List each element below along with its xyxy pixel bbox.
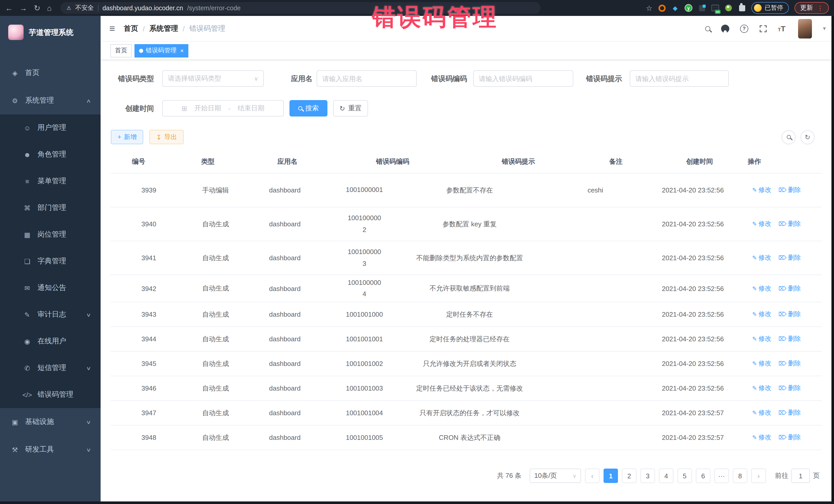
app-name-input[interactable] [317,70,417,87]
user-avatar[interactable] [798,19,812,38]
caret-down-icon[interactable]: ▾ [823,25,826,32]
forward-icon[interactable]: → [20,4,27,12]
table-row[interactable]: 3941 自动生成 dashboard 100100000 3 不能删除类型为系… [110,241,822,275]
delete-link[interactable]: ⌦删除 [778,186,801,195]
page-button[interactable]: 8 [733,468,747,483]
edit-link[interactable]: ✎修改 [752,220,771,228]
delete-link[interactable]: ⌦删除 [778,310,801,319]
table-row[interactable]: 3940 自动生成 dashboard 100100000 2 参数配置 key… [110,207,822,241]
table-row[interactable]: 3943 自动生成 dashboard 1001001000 定时任务不存在 2… [110,302,822,327]
edit-link[interactable]: ✎修改 [752,409,771,417]
page-button[interactable]: 3 [640,468,655,483]
error-msg-input[interactable] [630,70,729,87]
profile-paused-chip[interactable]: 已暂停 [751,2,789,14]
page-button[interactable]: 1 [603,468,618,483]
browser-update-button[interactable]: 更新 ⋮ [794,2,829,14]
sidebar-item[interactable]: ✆ 短信管理 ∨ [0,355,101,381]
edit-link[interactable]: ✎修改 [752,359,771,368]
table-row[interactable]: 3944 自动生成 dashboard 1001001001 定时任务的处理器已… [110,327,822,352]
delete-link[interactable]: ⌦删除 [778,384,801,393]
table-row[interactable]: 3946 自动生成 dashboard 1001001003 定时任务已经处于该… [110,376,822,401]
hamburger-icon[interactable]: ≡ [109,23,115,34]
help-icon[interactable]: ? [740,24,748,32]
delete-link[interactable]: ⌦删除 [778,433,801,442]
sidebar-item[interactable]: ☻ 角色管理 [0,141,101,168]
edit-link[interactable]: ✎修改 [752,310,771,319]
breadcrumb-home[interactable]: 首页 [124,24,138,33]
page-button[interactable]: 2 [622,468,636,483]
back-icon[interactable]: ← [5,4,13,12]
extension-green-y-icon[interactable]: y [685,4,692,12]
extension-puzzle-icon[interactable] [739,5,745,11]
cell-operations: ✎修改 ⌦删除 [731,275,822,302]
edit-link[interactable]: ✎修改 [752,335,771,343]
search-icon[interactable] [705,26,710,31]
goto-page-input[interactable] [791,468,810,483]
home-icon[interactable]: ⌂ [47,4,51,12]
bookmark-star-icon[interactable]: ☆ [646,4,652,12]
security-label[interactable]: 不安全 [75,4,94,12]
extension-grid-icon[interactable] [699,5,705,11]
url-path: /system/error-code [187,4,240,12]
table-row[interactable]: 3942 自动生成 dashboard 100100000 4 不允许获取敏感配… [110,275,822,302]
extension-green-search-icon[interactable] [725,5,732,11]
table-row[interactable]: 3948 自动生成 dashboard 1001001005 CRON 表达式不… [110,425,822,450]
tag[interactable]: 首页 × [110,44,132,57]
next-page-button[interactable]: › [751,468,766,483]
delete-link[interactable]: ⌦删除 [778,284,801,293]
github-icon[interactable] [721,24,729,32]
sidebar-item[interactable]: </> 错误码管理 [0,381,101,408]
prev-page-button[interactable]: ‹ [585,468,599,483]
sidebar-item[interactable]: ◈ 首页 [0,59,101,87]
error-code-input[interactable] [473,70,573,87]
font-size-icon[interactable]: TT [778,24,786,33]
sidebar-item[interactable]: ☺ 用户管理 [0,114,101,141]
delete-link[interactable]: ⌦删除 [778,409,801,417]
refresh-table-button[interactable]: ↻ [800,130,814,144]
error-type-select[interactable]: 请选择错误码类型 ∨ [162,70,264,87]
address-bar[interactable]: ⚠ 不安全 dashboard.yudao.iocoder.cn/system/… [60,2,540,14]
breadcrumb-system[interactable]: 系统管理 [149,24,178,33]
edit-link[interactable]: ✎修改 [752,384,771,393]
edit-link[interactable]: ✎修改 [752,433,771,442]
menu-dots-icon[interactable]: ⋮ [817,4,823,12]
edit-link[interactable]: ✎修改 [752,284,771,293]
sidebar-item[interactable]: ≡ 菜单管理 [0,168,101,195]
extension-orange-icon[interactable] [658,4,665,12]
search-button[interactable]: 搜索 [289,100,327,116]
toggle-search-button[interactable] [782,130,795,144]
sidebar-item[interactable]: ⚒ 研发工具 ∨ [0,436,101,463]
page-button[interactable]: 4 [659,468,673,483]
close-icon[interactable]: × [180,47,184,54]
delete-link[interactable]: ⌦删除 [778,359,801,368]
page-size-select[interactable]: 10条/页 ∨ [530,468,581,483]
export-button[interactable]: ↧ 导出 [150,130,184,144]
table-row[interactable]: 3947 自动生成 dashboard 1001001004 只有开启状态的任务… [110,401,822,425]
reset-button[interactable]: ↻ 重置 [333,100,368,116]
fullscreen-icon[interactable] [759,24,767,32]
add-button[interactable]: + 新增 [111,130,144,144]
sidebar-item[interactable]: ▣ 基础设施 ∨ [0,408,101,436]
table-row[interactable]: 3945 自动生成 dashboard 1001001002 只允许修改为开启或… [110,352,822,376]
sidebar-item[interactable]: ◉ 在线用户 [0,328,101,355]
sidebar-item[interactable]: ⌘ 部门管理 [0,195,101,221]
sidebar-item[interactable]: ✉ 通知公告 [0,275,101,301]
delete-link[interactable]: ⌦删除 [778,254,801,262]
delete-link[interactable]: ⌦删除 [778,220,801,228]
date-range-picker[interactable]: ⊞ 开始日期 - 结束日期 [162,100,284,116]
sidebar-item[interactable]: ❏ 字典管理 [0,248,101,275]
edit-link[interactable]: ✎修改 [752,254,771,262]
page-button[interactable]: 5 [678,468,692,483]
sidebar-item[interactable]: ✎ 审计日志 ∨ [0,301,101,328]
page-button[interactable]: 6 [696,468,710,483]
tag[interactable]: 错误码管理 × [134,44,188,57]
table-row[interactable]: 3939 手动编辑 dashboard 1001000001 参数配置不存在 c… [110,174,822,207]
sidebar-item[interactable]: ⚙ 系统管理 ∧ [0,87,101,114]
sidebar-item[interactable]: ▦ 岗位管理 [0,221,101,248]
extension-blue-gem-icon[interactable]: ◆ [671,4,679,12]
edit-link[interactable]: ✎修改 [752,186,771,195]
page-button[interactable]: ··· [715,468,729,483]
reload-icon[interactable]: ↻ [34,4,40,12]
delete-link[interactable]: ⌦删除 [778,335,801,343]
cell-type: 自动生成 [187,207,244,241]
